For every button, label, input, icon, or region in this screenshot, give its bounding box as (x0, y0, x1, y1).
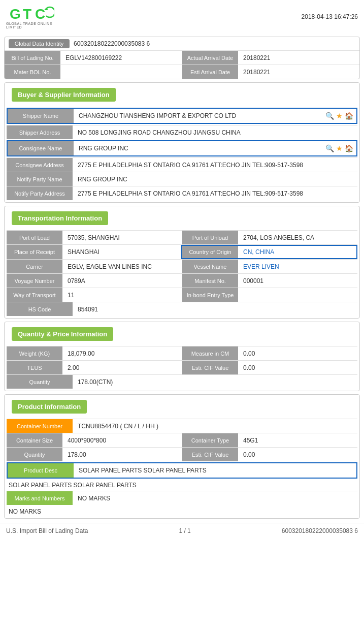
teus-value: 2.00 (62, 361, 182, 374)
container-size-value: 4000*900*800 (62, 433, 182, 447)
consignee-home-icon[interactable]: 🏠 (345, 144, 353, 152)
container-number-label: Container Number (7, 419, 73, 433)
global-data-identity-value: 600320180222000035083 6 (74, 40, 150, 47)
footer-right: 600320180222000035083 6 (282, 527, 358, 534)
product-desc-wrapper: Product Desc SOLAR PANEL PARTS SOLAR PAN… (7, 462, 357, 479)
consignee-name-row-wrapper: Consignee Name RNG GROUP INC 🔍 ★ 🏠 (7, 140, 357, 156)
shipper-name-label: Shipper Name (8, 109, 74, 123)
container-number-value: TCNU8854470 ( CN / L / HH ) (73, 419, 357, 433)
consignee-address-label: Consignee Address (7, 158, 73, 172)
port-of-load-label: Port of Load (7, 231, 62, 244)
global-data-identity-label: Global Data Identity (9, 39, 70, 48)
svg-text:C: C (35, 6, 45, 22)
product-desc-label: Product Desc (8, 463, 74, 478)
quantity-value: 178.00(CTN) (73, 375, 357, 389)
footer: U.S. Import Bill of Lading Data 1 / 1 60… (0, 523, 364, 539)
container-size-type-row: Container Size 4000*900*800 Container Ty… (7, 433, 357, 447)
product-quantity-value: 178.00 (62, 448, 182, 461)
product-desc-value: SOLAR PANEL PARTS SOLAR PANEL PARTS (74, 463, 356, 478)
svg-text:G: G (10, 6, 21, 22)
consignee-star-icon[interactable]: ★ (336, 144, 343, 152)
container-number-row: Container Number TCNU8854470 ( CN / L / … (7, 419, 357, 433)
port-of-unload-value: 2704, LOS ANGELES, CA (238, 231, 357, 244)
consignee-search-icon[interactable]: 🔍 (325, 144, 334, 152)
notify-party-address-value: 2775 E PHILADELPHIA ST ONTARIO CA 91761 … (73, 186, 357, 200)
notify-party-address-row: Notify Party Address 2775 E PHILADELPHIA… (7, 186, 357, 200)
shipper-name-row-wrapper: Shipper Name CHANGZHOU TIANSHENG IMPORT … (7, 108, 357, 124)
product-esti-cif-label: Esti. CIF Value (182, 448, 238, 461)
esti-cif-qp-label: Esti. CIF Value (182, 361, 238, 374)
vessel-name-label: Vessel Name (182, 260, 238, 273)
identity-section: Global Data Identity 6003201802220000350… (4, 37, 360, 79)
product-quantity-label: Quantity (7, 448, 62, 461)
way-of-transport-label: Way of Transport (7, 288, 62, 302)
container-type-label: Container Type (182, 433, 238, 447)
consignee-address-value: 2775 E PHILADELPHIA ST ONTARIO CA 91761 … (73, 158, 357, 172)
in-bond-value (238, 288, 357, 302)
bill-of-lading-value: EGLV142800169222 (60, 51, 182, 65)
teus-label: TEUS (7, 361, 62, 374)
notify-party-address-label: Notify Party Address (7, 186, 73, 200)
hs-code-label: HS Code (7, 302, 73, 316)
transportation-section: Transportation Information Port of Load … (4, 206, 360, 319)
marks-row: Marks and Numbers NO MARKS (7, 491, 357, 505)
vessel-name-value: EVER LIVEN (238, 260, 357, 273)
notify-party-name-value: RNG GROUP INC (73, 172, 357, 186)
manifest-no-label: Manifest No. (182, 274, 238, 288)
quantity-price-section: Quantity & Price Information Weight (KG)… (4, 322, 360, 391)
manifest-no-value: 000001 (238, 274, 357, 288)
bill-of-lading-label: Bill of Lading No. (5, 51, 60, 65)
product-esti-cif-value: 0.00 (238, 448, 357, 461)
footer-left: U.S. Import Bill of Lading Data (6, 527, 88, 534)
product-quantity-esti-row: Quantity 178.00 Esti. CIF Value 0.00 (7, 447, 357, 461)
place-of-receipt-label: Place of Receipt (7, 245, 62, 259)
datetime: 2018-04-13 16:47:26 (302, 13, 358, 20)
shipper-name-value-container: CHANGZHOU TIANSHENG IMPORT & EXPORT CO L… (74, 109, 356, 123)
teus-esti-row: TEUS 2.00 Esti. CIF Value 0.00 (7, 360, 357, 374)
shipper-star-icon[interactable]: ★ (336, 112, 343, 120)
shipper-search-icon[interactable]: 🔍 (325, 112, 334, 120)
actual-arrival-value: 20180221 (238, 51, 359, 65)
marks-label: Marks and Numbers (7, 491, 73, 505)
marks-value: NO MARKS (73, 491, 357, 505)
shipper-address-value: NO 508 LONGJING ROAD CHANGZHOU JIANGSU C… (73, 125, 357, 139)
place-country-row: Place of Receipt SHANGHAI Country of Ori… (7, 244, 357, 259)
hs-code-value: 854091 (73, 302, 357, 316)
quantity-label: Quantity (7, 375, 73, 389)
shipper-address-label: Shipper Address (7, 125, 73, 139)
consignee-name-value: RNG GROUP INC (74, 142, 322, 154)
port-row: Port of Load 57035, SHANGHAI Port of Unl… (7, 230, 357, 244)
logo-subtitle: GLOBAL TRADE ONLINE LIMITED (6, 22, 57, 29)
esti-cif-qp-value: 0.00 (238, 361, 357, 374)
marks-text: NO MARKS (5, 506, 359, 518)
transportation-title: Transportation Information (12, 211, 108, 225)
in-bond-label: In-bond Entry Type (182, 288, 238, 302)
measure-cm-label: Measure in CM (182, 346, 238, 360)
mater-bol-label: Mater BOL No. (5, 65, 60, 79)
weight-value: 18,079.00 (62, 346, 182, 360)
page: G T C GLOBAL TRADE ONLINE LIMITED 2018-0… (0, 0, 364, 632)
notify-party-name-row: Notify Party Name RNG GROUP INC (7, 172, 357, 186)
voyage-number-label: Voyage Number (7, 274, 62, 288)
logo: G T C GLOBAL TRADE ONLINE LIMITED (6, 4, 57, 29)
buyer-supplier-title: Buyer & Supplier Information (12, 88, 116, 102)
shipper-home-icon[interactable]: 🏠 (345, 112, 353, 120)
footer-center: 1 / 1 (179, 527, 190, 534)
shipper-address-row: Shipper Address NO 508 LONGJING ROAD CHA… (7, 125, 357, 139)
voyage-manifest-row: Voyage Number 0789A Manifest No. 000001 (7, 273, 357, 288)
product-info-title: Product Information (12, 400, 87, 414)
weight-measure-row: Weight (KG) 18,079.00 Measure in CM 0.00 (7, 346, 357, 360)
actual-arrival-label: Actual Arrival Date (182, 51, 238, 65)
port-of-load-value: 57035, SHANGHAI (62, 231, 182, 244)
carrier-vessel-row: Carrier EGLV, EAGLE VAN LINES INC Vessel… (7, 259, 357, 273)
voyage-number-value: 0789A (62, 274, 182, 288)
weight-label: Weight (KG) (7, 346, 62, 360)
quantity-row: Quantity 178.00(CTN) (7, 374, 357, 389)
carrier-label: Carrier (7, 260, 62, 273)
measure-cm-value: 0.00 (238, 346, 357, 360)
country-of-origin-value: CN, CHINA (238, 246, 356, 258)
quantity-price-title: Quantity & Price Information (12, 327, 113, 341)
way-of-transport-value: 11 (62, 288, 182, 302)
carrier-value: EGLV, EAGLE VAN LINES INC (62, 260, 182, 273)
shipper-name-value: CHANGZHOU TIANSHENG IMPORT & EXPORT CO L… (74, 110, 322, 122)
